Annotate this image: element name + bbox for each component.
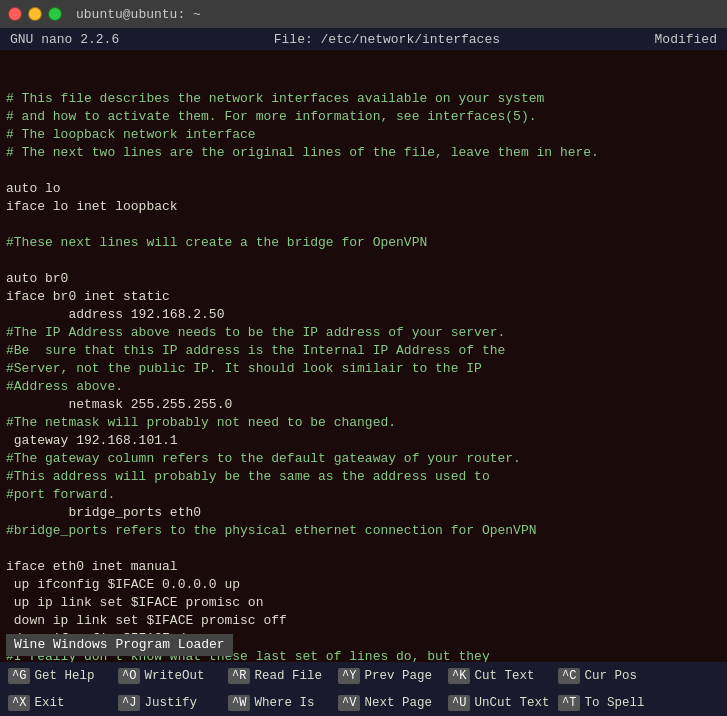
cmd-key: ^J <box>118 695 140 711</box>
cmd-label: Exit <box>34 696 64 710</box>
editor-line <box>6 540 721 558</box>
editor-line: #The netmask will probably not need to b… <box>6 414 721 432</box>
nano-version: GNU nano 2.2.6 <box>10 32 119 47</box>
editor-area[interactable]: # This file describes the network interf… <box>0 50 727 662</box>
editor-line: # This file describes the network interf… <box>6 90 721 108</box>
editor-line: down ip link set $IFACE promisc off <box>6 612 721 630</box>
tooltip-popup: Wine Windows Program Loader <box>6 634 233 656</box>
modified-status: Modified <box>655 32 717 47</box>
cmd-key: ^K <box>448 668 470 684</box>
cmd-key: ^Y <box>338 668 360 684</box>
cmd-key: ^O <box>118 668 140 684</box>
cmd-label: UnCut Text <box>474 696 549 710</box>
editor-line <box>6 162 721 180</box>
cmd-key: ^V <box>338 695 360 711</box>
editor-line <box>6 216 721 234</box>
editor-line: #The IP Address above needs to be the IP… <box>6 324 721 342</box>
editor-line: #Address above. <box>6 378 721 396</box>
editor-line: #Be sure that this IP address is the Int… <box>6 342 721 360</box>
editor-line: iface lo inet loopback <box>6 198 721 216</box>
cmd-label: Where Is <box>254 696 314 710</box>
cmd-key: ^C <box>558 668 580 684</box>
footer-cmd[interactable]: ^RRead File <box>224 668 334 684</box>
editor-line: #Server, not the public IP. It should lo… <box>6 360 721 378</box>
footer-cmd[interactable]: ^WWhere Is <box>224 695 334 711</box>
close-button[interactable] <box>8 7 22 21</box>
cmd-label: Read File <box>254 669 322 683</box>
editor-line: iface br0 inet static <box>6 288 721 306</box>
footer-cmd[interactable]: ^OWriteOut <box>114 668 224 684</box>
editor-line: #port forward. <box>6 486 721 504</box>
editor-line: # and how to activate them. For more inf… <box>6 108 721 126</box>
cmd-key: ^G <box>8 668 30 684</box>
footer-cmd[interactable]: ^YPrev Page <box>334 668 444 684</box>
cmd-key: ^U <box>448 695 470 711</box>
editor-line: gateway 192.168.101.1 <box>6 432 721 450</box>
footer-cmd[interactable]: ^JJustify <box>114 695 224 711</box>
footer-row-2: ^XExit^JJustify^WWhere Is^VNext Page^UUn… <box>0 689 727 716</box>
editor-line: # The next two lines are the original li… <box>6 144 721 162</box>
editor-content: # This file describes the network interf… <box>6 90 721 662</box>
editor-line: bridge_ports eth0 <box>6 504 721 522</box>
footer-row-1: ^GGet Help^OWriteOut^RRead File^YPrev Pa… <box>0 662 727 689</box>
editor-line: #This address will probably be the same … <box>6 468 721 486</box>
cmd-key: ^R <box>228 668 250 684</box>
window-title: ubuntu@ubuntu: ~ <box>76 7 201 22</box>
cmd-label: Justify <box>144 696 197 710</box>
cmd-label: Cur Pos <box>584 669 637 683</box>
footer-cmd[interactable]: ^XExit <box>4 695 114 711</box>
editor-line: #These next lines will create a the brid… <box>6 234 721 252</box>
editor-line: auto br0 <box>6 270 721 288</box>
nano-footer: ^GGet Help^OWriteOut^RRead File^YPrev Pa… <box>0 662 727 716</box>
titlebar: ubuntu@ubuntu: ~ <box>0 0 727 28</box>
editor-line: up ifconfig $IFACE 0.0.0.0 up <box>6 576 721 594</box>
cmd-label: Get Help <box>34 669 94 683</box>
footer-cmd[interactable]: ^UUnCut Text <box>444 695 554 711</box>
editor-line <box>6 252 721 270</box>
footer-cmd[interactable]: ^GGet Help <box>4 668 114 684</box>
nano-header: GNU nano 2.2.6 File: /etc/network/interf… <box>0 28 727 50</box>
editor-line: #bridge_ports refers to the physical eth… <box>6 522 721 540</box>
cmd-key: ^X <box>8 695 30 711</box>
editor-line: netmask 255.255.255.0 <box>6 396 721 414</box>
editor-line: # The loopback network interface <box>6 126 721 144</box>
footer-cmd[interactable]: ^VNext Page <box>334 695 444 711</box>
editor-line: up ip link set $IFACE promisc on <box>6 594 721 612</box>
editor-line: #The gateway column refers to the defaul… <box>6 450 721 468</box>
cmd-key: ^W <box>228 695 250 711</box>
cmd-label: Prev Page <box>364 669 432 683</box>
cmd-label: Next Page <box>364 696 432 710</box>
cmd-label: To Spell <box>584 696 644 710</box>
cmd-key: ^T <box>558 695 580 711</box>
maximize-button[interactable] <box>48 7 62 21</box>
minimize-button[interactable] <box>28 7 42 21</box>
editor-line: iface eth0 inet manual <box>6 558 721 576</box>
file-path: File: /etc/network/interfaces <box>274 32 500 47</box>
footer-cmd[interactable]: ^KCut Text <box>444 668 554 684</box>
footer-cmd[interactable]: ^TTo Spell <box>554 695 664 711</box>
cmd-label: WriteOut <box>144 669 204 683</box>
editor-line: address 192.168.2.50 <box>6 306 721 324</box>
editor-line: auto lo <box>6 180 721 198</box>
footer-cmd[interactable]: ^CCur Pos <box>554 668 664 684</box>
cmd-label: Cut Text <box>474 669 534 683</box>
